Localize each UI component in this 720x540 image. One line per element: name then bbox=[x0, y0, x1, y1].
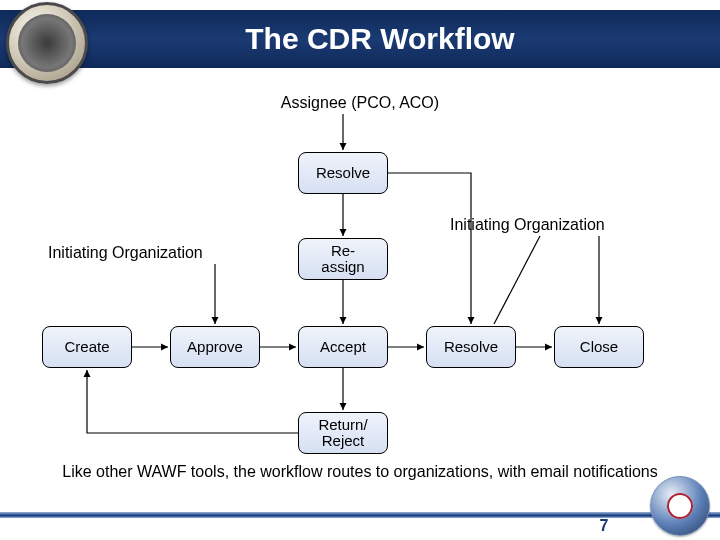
node-reassign: Re- assign bbox=[298, 238, 388, 280]
node-return-reject: Return/ Reject bbox=[298, 412, 388, 454]
node-approve: Approve bbox=[170, 326, 260, 368]
initiating-org-left-label: Initiating Organization bbox=[48, 244, 203, 262]
node-resolve-top: Resolve bbox=[298, 152, 388, 194]
dod-seal-right-icon bbox=[650, 476, 710, 536]
node-create: Create bbox=[42, 326, 132, 368]
page-title: The CDR Workflow bbox=[245, 22, 514, 56]
page-number: 7 bbox=[584, 514, 624, 538]
title-bar: The CDR Workflow bbox=[0, 10, 720, 68]
node-accept: Accept bbox=[298, 326, 388, 368]
caption-text: Like other WAWF tools, the workflow rout… bbox=[0, 462, 720, 482]
agency-seal-left-icon bbox=[6, 2, 88, 84]
svg-line-5 bbox=[494, 236, 540, 324]
node-resolve-bottom: Resolve bbox=[426, 326, 516, 368]
initiating-org-right-label: Initiating Organization bbox=[450, 216, 605, 234]
node-close: Close bbox=[554, 326, 644, 368]
assignee-label: Assignee (PCO, ACO) bbox=[0, 94, 720, 112]
